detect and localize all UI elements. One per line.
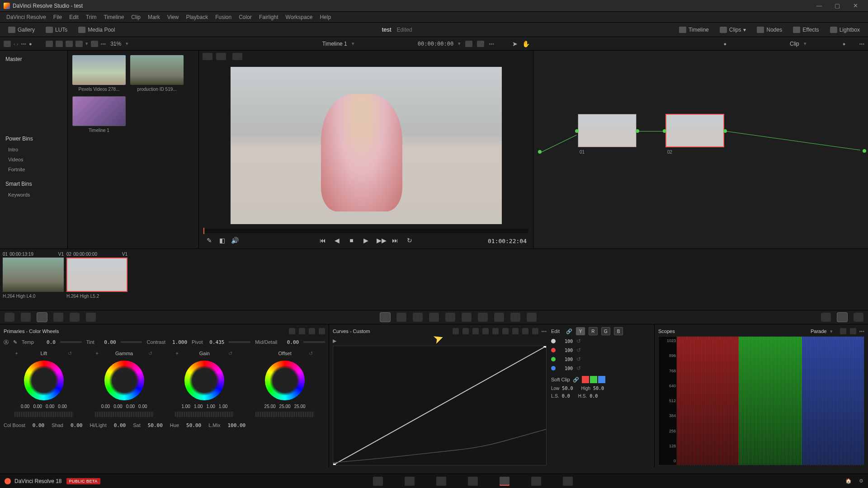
sizing-icon[interactable] bbox=[510, 313, 520, 322]
prev-frame-button[interactable]: ◀ bbox=[333, 237, 341, 245]
softclip-b[interactable] bbox=[598, 376, 605, 383]
menu-item[interactable]: Workspace bbox=[282, 14, 316, 20]
contrast-value[interactable]: 1.000 bbox=[170, 339, 187, 345]
camera-raw-icon[interactable] bbox=[5, 313, 14, 322]
scope-mode[interactable]: Parade bbox=[811, 328, 826, 334]
hue-curves-icon[interactable] bbox=[462, 328, 469, 334]
bin-item[interactable]: Fortnite bbox=[0, 164, 67, 174]
link-icon[interactable]: 🔗 bbox=[566, 328, 572, 334]
next-frame-button[interactable]: ▶▶ bbox=[377, 237, 385, 245]
hue-value[interactable]: 50.00 bbox=[186, 422, 201, 428]
pivot-value[interactable]: 0.435 bbox=[207, 339, 224, 345]
nodes-toggle[interactable]: Nodes bbox=[753, 25, 786, 35]
softclip-ls[interactable]: 0.0 bbox=[562, 394, 570, 399]
node-editor[interactable]: 01 02 bbox=[533, 51, 868, 249]
hand-tool-icon[interactable]: ✋ bbox=[522, 40, 530, 47]
arrow-tool-icon[interactable]: ➤ bbox=[512, 40, 518, 47]
offset-jog[interactable] bbox=[255, 412, 314, 417]
last-frame-button[interactable]: ⏭ bbox=[391, 237, 399, 245]
clips-toggle[interactable]: Clips▾ bbox=[716, 25, 750, 35]
lightbox-toggle[interactable]: Lightbox bbox=[826, 25, 863, 35]
motion-effects-icon[interactable] bbox=[86, 313, 96, 322]
node-scope[interactable]: Clip bbox=[790, 41, 799, 47]
fusion-page-icon[interactable] bbox=[468, 477, 478, 486]
hilight-value[interactable]: 0.00 bbox=[114, 422, 126, 428]
bin-item[interactable]: Intro bbox=[0, 145, 67, 155]
scope-expand-icon[interactable] bbox=[850, 328, 856, 334]
auto-balance-icon[interactable]: Ⓐ bbox=[4, 339, 9, 346]
node-dot-icon[interactable]: ● bbox=[723, 41, 726, 47]
menu-item[interactable]: Edit bbox=[66, 14, 82, 20]
mediapool-button[interactable]: Media Pool bbox=[75, 25, 118, 35]
yrgb-toggle-icon[interactable]: ✦ bbox=[95, 351, 100, 356]
softclip-high[interactable]: 50.0 bbox=[593, 386, 604, 391]
reset-icon[interactable]: ↺ bbox=[576, 356, 581, 362]
hue-lum-icon[interactable] bbox=[482, 328, 489, 334]
log-mode-icon[interactable] bbox=[309, 328, 315, 334]
luts-button[interactable]: LUTs bbox=[42, 25, 71, 35]
spline-toggle-icon[interactable]: ▶ bbox=[333, 338, 336, 344]
fairlight-page-icon[interactable] bbox=[531, 477, 541, 486]
record-dot-icon[interactable]: ● bbox=[29, 41, 32, 47]
lift-wheel[interactable]: ✦Lift↺ 0.000.000.000.00 bbox=[5, 351, 82, 417]
menu-item[interactable]: Mark bbox=[144, 14, 164, 20]
gamma-jog[interactable] bbox=[95, 412, 154, 417]
project-settings-icon[interactable]: ⚙ bbox=[859, 478, 863, 484]
deliver-page-icon[interactable] bbox=[563, 477, 573, 486]
corrector-node-selected[interactable]: 02 bbox=[665, 114, 724, 155]
middetail-value[interactable]: 0.00 bbox=[282, 339, 299, 345]
highlight-icon[interactable] bbox=[232, 53, 242, 60]
3d-icon[interactable] bbox=[527, 313, 537, 322]
cut-page-icon[interactable] bbox=[405, 477, 415, 486]
grid-view-icon[interactable] bbox=[56, 41, 63, 47]
media-clip[interactable]: Timeline 1 bbox=[72, 96, 126, 133]
intensity-g[interactable]: 100 bbox=[559, 357, 573, 362]
play-button[interactable]: ▶ bbox=[362, 237, 370, 245]
viewer-zoom[interactable]: 31% bbox=[110, 41, 121, 47]
first-frame-button[interactable]: ⏮ bbox=[319, 237, 327, 245]
onion-icon[interactable]: ◧ bbox=[218, 237, 226, 245]
corrector-node[interactable]: 01 bbox=[578, 114, 637, 155]
menu-item[interactable]: File bbox=[50, 14, 66, 20]
channel-b[interactable]: B bbox=[614, 327, 623, 335]
picker-icon[interactable]: ✎ bbox=[205, 237, 213, 245]
offset-wheel[interactable]: Offset↺ 25.0025.0025.00 bbox=[246, 351, 323, 417]
media-clip[interactable]: Pexels Videos 278... bbox=[72, 55, 126, 92]
expand-icon[interactable] bbox=[522, 328, 528, 334]
split-wipe-icon[interactable] bbox=[216, 53, 226, 60]
gamma-wheel[interactable]: ✦Gamma↺ 0.000.000.000.00 bbox=[86, 351, 163, 417]
intensity-r[interactable]: 100 bbox=[559, 348, 573, 353]
temp-value[interactable]: 0.0 bbox=[38, 339, 56, 345]
thumb-view-icon[interactable] bbox=[46, 41, 53, 47]
channel-r[interactable]: R bbox=[589, 327, 598, 335]
temp-slider[interactable] bbox=[60, 341, 82, 343]
reset-icon[interactable]: ↺ bbox=[228, 351, 234, 356]
primaries-icon[interactable] bbox=[37, 313, 47, 322]
search-icon[interactable] bbox=[75, 41, 83, 47]
stop-button[interactable]: ■ bbox=[348, 237, 356, 245]
picker-icon[interactable]: ✎ bbox=[13, 339, 17, 345]
expand-icon[interactable] bbox=[477, 41, 484, 47]
link-icon[interactable]: 🔗 bbox=[573, 377, 579, 383]
menu-item[interactable]: Help bbox=[316, 14, 335, 20]
image-wipe-icon[interactable] bbox=[203, 53, 212, 60]
reset-icon[interactable]: ↺ bbox=[148, 351, 154, 356]
softclip-hs[interactable]: 0.0 bbox=[590, 394, 598, 399]
menu-item[interactable]: Clip bbox=[127, 14, 144, 20]
scopes-icon[interactable] bbox=[837, 313, 847, 322]
lift-jog[interactable] bbox=[14, 412, 73, 417]
menu-item[interactable]: Color bbox=[235, 14, 255, 20]
power-bins-header[interactable]: Power Bins bbox=[0, 133, 67, 145]
softclip-r[interactable] bbox=[582, 376, 589, 383]
window-icon[interactable] bbox=[429, 313, 439, 322]
reset-icon[interactable]: ↺ bbox=[576, 365, 581, 371]
menu-item[interactable]: Fairlight bbox=[255, 14, 282, 20]
reset-icon[interactable]: ↺ bbox=[576, 338, 581, 344]
media-clip[interactable]: production ID 519... bbox=[130, 55, 184, 92]
output-dot-icon[interactable] bbox=[863, 149, 866, 153]
sort-icon[interactable] bbox=[91, 41, 98, 47]
clip-thumb[interactable]: 0100:00:13:19V1 H.264 High L4.0 bbox=[3, 252, 64, 307]
edit-page-icon[interactable] bbox=[436, 477, 446, 486]
home-icon[interactable] bbox=[5, 478, 11, 484]
bin-item[interactable]: Videos bbox=[0, 155, 67, 164]
